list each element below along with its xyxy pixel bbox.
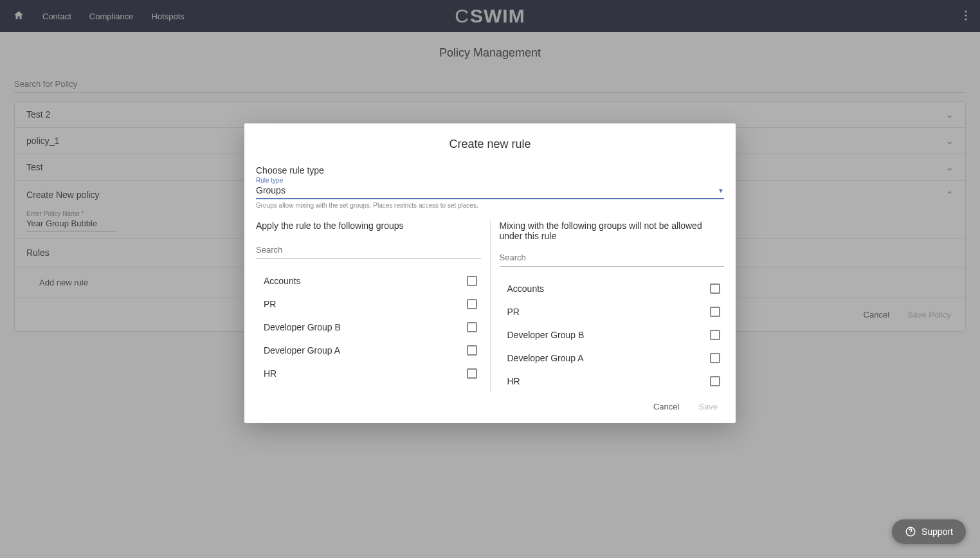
checkbox[interactable] [467,299,477,309]
apply-groups-column: Apply the rule to the following groups A… [256,221,490,393]
group-name: Developer Group B [264,322,341,332]
apply-groups-title: Apply the rule to the following groups [256,221,481,233]
restrict-groups-column: Mixing with the following groups will no… [490,221,725,393]
checkbox[interactable] [467,276,477,286]
group-name: Developer Group A [507,353,584,363]
checkbox[interactable] [710,376,720,386]
group-row[interactable]: HR [256,362,481,385]
group-name: Accounts [264,276,301,286]
modal-cancel-button[interactable]: Cancel [653,402,679,411]
dropdown-arrow-icon: ▼ [718,187,724,194]
checkbox[interactable] [710,330,720,340]
group-name: PR [264,299,276,309]
modal-overlay: Create new rule Choose rule type Rule ty… [0,0,980,558]
choose-rule-type-label: Choose rule type [256,165,724,176]
create-rule-modal: Create new rule Choose rule type Rule ty… [244,123,736,423]
apply-groups-search[interactable] [256,244,481,259]
group-name: HR [507,376,520,386]
modal-title: Create new rule [244,138,736,151]
group-name: HR [264,368,277,379]
group-name: Developer Group B [507,330,585,340]
group-row[interactable]: Developer Group B [256,316,481,339]
rule-type-field-label: Rule type [256,177,724,184]
group-row[interactable]: Developer Group A [500,346,725,370]
restrict-groups-search[interactable] [500,251,725,267]
group-row[interactable]: Developer Group A [256,339,481,362]
group-name: Developer Group A [264,345,340,356]
group-name: Accounts [507,284,545,294]
modal-actions: Cancel Save [244,393,736,411]
rule-type-select[interactable]: Groups ▼ [256,184,724,199]
svg-point-4 [910,534,911,534]
group-row[interactable]: PR [256,292,481,316]
group-row[interactable]: Accounts [500,277,725,300]
help-icon [905,526,916,537]
checkbox[interactable] [710,307,720,317]
support-label: Support [921,526,953,537]
checkbox[interactable] [710,353,720,363]
checkbox[interactable] [467,322,477,332]
rule-type-hint: Groups allow mixing with the set groups.… [256,202,724,209]
group-row[interactable]: Accounts [256,269,481,292]
checkbox[interactable] [467,345,477,356]
modal-save-button[interactable]: Save [698,402,718,411]
group-row[interactable]: HR [500,370,725,393]
checkbox[interactable] [467,368,477,379]
support-button[interactable]: Support [892,519,966,544]
group-row[interactable]: Developer Group B [500,323,725,346]
group-name: PR [507,307,520,317]
group-row[interactable]: PR [500,300,725,323]
rule-type-value: Groups [256,185,286,195]
restrict-groups-title: Mixing with the following groups will no… [500,221,725,241]
checkbox[interactable] [710,284,720,294]
